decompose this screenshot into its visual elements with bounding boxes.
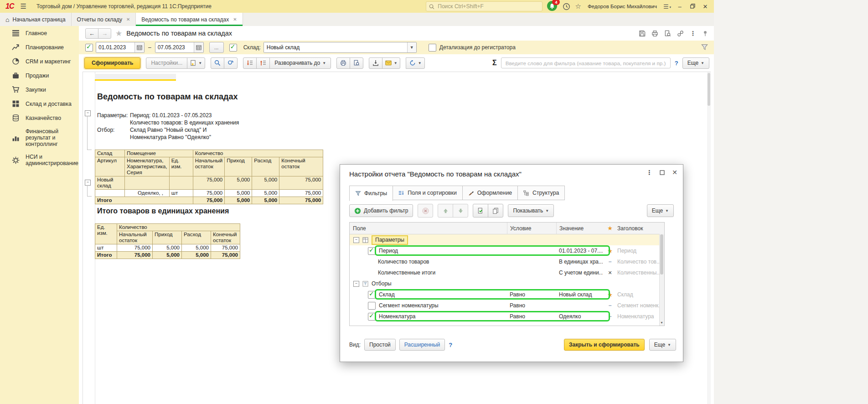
star-icon[interactable]: ★	[607, 248, 613, 254]
main-menu-icon[interactable]: ☰	[20, 2, 26, 10]
print-icon[interactable]	[651, 30, 658, 37]
tab-fields-sorting[interactable]: Поля и сортировки	[393, 186, 463, 200]
star-icon[interactable]: ★	[607, 291, 613, 298]
sidebar-item-crm[interactable]: CRM и маркетинг	[0, 54, 79, 68]
sidebar-item-purchases[interactable]: Закупки	[0, 83, 79, 97]
column-condition[interactable]: Условие	[507, 223, 556, 234]
value-cell[interactable]: Одеялко	[556, 313, 603, 320]
global-search[interactable]	[426, 1, 542, 11]
settings-button[interactable]: Настройки...	[146, 57, 187, 69]
x-icon[interactable]: ✕	[608, 270, 612, 275]
filter-row-quantity-totals[interactable]: Количественные итоги С учетом едини... ✕…	[350, 267, 664, 278]
tab-structure[interactable]: Структура	[517, 186, 565, 200]
dialog-maximize-icon[interactable]	[660, 170, 665, 175]
minimize-button[interactable]: –	[676, 3, 684, 10]
value-cell[interactable]: В единицах хра...	[556, 259, 603, 265]
header-cell[interactable]: Склад	[617, 291, 664, 298]
collapse-icon[interactable]: −	[353, 237, 359, 243]
date-to-input[interactable]	[155, 42, 194, 52]
sum-sigma-icon[interactable]: Σ	[492, 59, 497, 67]
view-extended-button[interactable]: Расширенный	[399, 339, 445, 351]
scrollbar-thumb[interactable]	[708, 73, 710, 106]
sidebar-item-admin[interactable]: НСИ и администрирование	[0, 150, 79, 170]
warehouse-checkbox[interactable]	[229, 44, 237, 52]
current-user[interactable]: Федоров Борис Михайлович	[588, 4, 657, 9]
more-kebab-icon[interactable]: ⋮	[690, 30, 696, 37]
row-checkbox[interactable]	[368, 313, 376, 321]
date-to-field[interactable]	[155, 42, 204, 53]
link-icon[interactable]	[677, 30, 684, 37]
tab-appearance[interactable]: Оформление	[462, 186, 518, 200]
save-file-button[interactable]	[369, 57, 382, 69]
header-cell[interactable]: Количественны...	[617, 269, 664, 276]
report-variants-button[interactable]: ▼	[187, 57, 205, 69]
add-filter-button[interactable]: Добавить фильтр	[349, 204, 413, 217]
header-cell[interactable]: Сегмент номенк...	[617, 302, 664, 309]
print-button[interactable]	[336, 57, 350, 69]
calendar-icon[interactable]	[134, 42, 144, 52]
filter-row-period[interactable]: Период 01.01.2023 - 07.... ★ Период	[350, 245, 664, 256]
filter-row-nomenclature[interactable]: Номенклатура Равно Одеялко − Номенклатур…	[350, 311, 664, 322]
view-simple-button[interactable]: Простой	[364, 339, 396, 351]
scrollbar-thumb[interactable]	[660, 234, 663, 275]
row-checkbox[interactable]	[368, 291, 376, 299]
more-button[interactable]: Еще ▼	[682, 57, 709, 69]
header-cell[interactable]: Номенклатура	[617, 313, 664, 320]
date-from-field[interactable]	[96, 42, 145, 53]
close-tab-icon[interactable]: ✕	[126, 17, 130, 22]
favorites-star-icon[interactable]: ☆	[575, 2, 581, 10]
warehouse-input[interactable]	[264, 42, 407, 52]
uncheck-all-button[interactable]	[488, 204, 503, 218]
column-header[interactable]: Заголовок	[617, 225, 664, 232]
table-total-row[interactable]: Итого 75,000 5,000 5,000 75,000	[95, 252, 240, 259]
tab-warehouse-reports[interactable]: Отчеты по складу ✕	[72, 13, 136, 26]
column-star[interactable]: ★	[603, 225, 617, 232]
collapse-icon[interactable]: −	[353, 281, 359, 287]
quick-filter-input[interactable]	[501, 57, 671, 68]
calendar-icon[interactable]	[194, 42, 203, 52]
help-icon[interactable]: ?	[675, 60, 678, 67]
pin-icon[interactable]	[702, 30, 708, 37]
decrypt-button[interactable]: ▼	[406, 57, 425, 69]
notifications-button[interactable]: 4	[547, 1, 558, 12]
sidebar-item-sales[interactable]: Продажи	[0, 68, 79, 83]
favorite-star-icon[interactable]: ★	[115, 29, 122, 38]
chevron-down-icon[interactable]: ▼	[407, 42, 416, 52]
filter-row-warehouse[interactable]: Склад Равно Новый склад ★ Склад	[350, 289, 664, 300]
column-field[interactable]: Поле	[350, 225, 507, 232]
generate-button[interactable]: Сформировать	[84, 57, 140, 69]
warehouse-combobox[interactable]: ▼	[264, 42, 417, 53]
scroll-down-icon[interactable]: ▼	[660, 320, 664, 326]
table-row[interactable]: Новый склад 75,000 5,000 5,000 75,000	[95, 176, 323, 190]
value-cell[interactable]: С учетом едини...	[556, 269, 603, 276]
find-button[interactable]	[211, 57, 224, 69]
header-cell[interactable]: Количество тов...	[617, 259, 664, 265]
check-all-button[interactable]	[473, 204, 488, 218]
print-preview-button[interactable]	[350, 57, 363, 69]
back-button[interactable]: ←	[85, 28, 98, 39]
date-from-input[interactable]	[96, 42, 134, 52]
report-scrollbar[interactable]	[707, 72, 711, 404]
history-icon[interactable]	[563, 3, 570, 10]
filter-row-goods-quantity[interactable]: Количество товаров В единицах хра... − К…	[350, 256, 664, 267]
column-value[interactable]: Значение	[556, 223, 603, 234]
row-checkbox[interactable]	[368, 302, 376, 310]
group-row-parameters[interactable]: − Параметры	[350, 234, 664, 245]
global-search-input[interactable]	[437, 3, 539, 10]
help-icon[interactable]: ?	[449, 342, 452, 348]
expand-to-button[interactable]: Разворачивать до ▼	[269, 57, 331, 69]
tab-filters[interactable]: Фильтры	[349, 186, 393, 201]
filter-funnel-icon[interactable]	[701, 44, 708, 51]
send-email-button[interactable]: ▼	[382, 57, 400, 69]
close-and-generate-button[interactable]: Закрыть и сформировать	[564, 339, 645, 351]
dialog-scrollbar[interactable]: ▼	[659, 234, 664, 326]
dash-icon[interactable]: −	[608, 302, 611, 309]
save-icon[interactable]	[639, 30, 646, 37]
restore-button[interactable]	[688, 3, 697, 10]
header-cell[interactable]: Период	[617, 248, 664, 254]
value-cell[interactable]: Новый склад	[556, 291, 603, 298]
detail-checkbox[interactable]	[429, 44, 436, 52]
tab-goods-statement[interactable]: Ведомость по товарам на складах ✕	[136, 13, 243, 26]
preview-icon[interactable]	[664, 30, 671, 37]
sidebar-item-finance[interactable]: Финансовый результат и контроллинг	[0, 125, 79, 150]
